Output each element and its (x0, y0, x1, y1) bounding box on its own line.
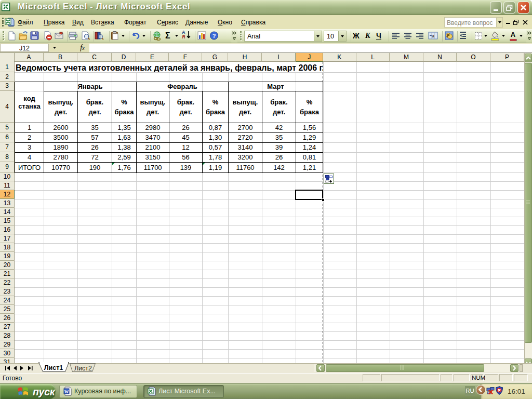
svg-text:W: W (64, 389, 69, 394)
svg-text:a: a (432, 33, 434, 38)
svg-text:?: ? (212, 33, 216, 39)
svg-text:Р: Р (447, 33, 450, 38)
